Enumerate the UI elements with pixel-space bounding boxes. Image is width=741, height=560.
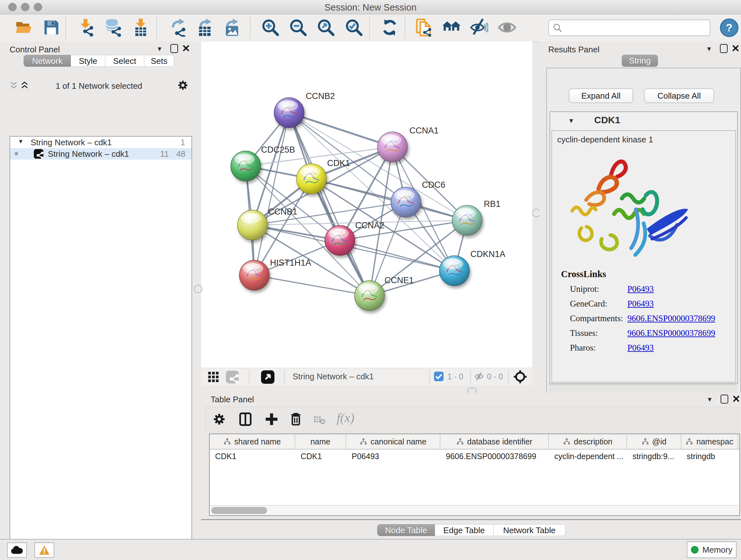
crosslink-link[interactable]: P06493 xyxy=(627,299,654,309)
network-node-CCNB1[interactable] xyxy=(238,210,267,240)
crosslink-link[interactable]: 9606.ENSP00000378699 xyxy=(627,314,715,323)
eye-hidden-icon[interactable] xyxy=(470,18,488,37)
import-table-icon[interactable] xyxy=(131,18,150,37)
crosslink-row: Uniprot:P06493 xyxy=(570,282,730,297)
panel-close-icon[interactable] xyxy=(733,395,740,403)
network-node-HIST1H1A[interactable] xyxy=(239,260,269,290)
panel-close-icon[interactable] xyxy=(732,45,739,53)
zoom-in-icon[interactable] xyxy=(261,18,280,37)
column-header--id[interactable]: @id xyxy=(627,434,681,449)
network-node-CCNA2[interactable] xyxy=(325,226,355,255)
tab-node-table[interactable]: Node Table xyxy=(377,524,435,536)
tab-network[interactable]: Network xyxy=(23,55,71,67)
gear-icon[interactable] xyxy=(178,80,188,91)
column-header-database-identifier[interactable]: database identifier xyxy=(441,434,549,449)
export-network-icon[interactable] xyxy=(169,18,188,37)
table-toolbar: f(x) xyxy=(205,407,738,432)
show-columns-icon[interactable] xyxy=(239,412,253,426)
clear-table-icon[interactable] xyxy=(313,415,326,425)
crosslink-link[interactable]: P06493 xyxy=(627,343,654,353)
table-cell[interactable]: stringdb:9... xyxy=(627,449,681,463)
network-node-CDKN1A[interactable] xyxy=(440,256,469,286)
left-splitter-handle[interactable] xyxy=(194,285,202,293)
import-network-icon[interactable] xyxy=(77,18,95,37)
memory-status-dot xyxy=(691,546,698,554)
tab-sets[interactable]: Sets xyxy=(144,55,174,67)
tab-string[interactable]: String xyxy=(622,55,658,67)
panel-float-icon[interactable] xyxy=(171,44,178,53)
toolbar-divider xyxy=(249,370,250,383)
tab-select[interactable]: Select xyxy=(105,55,144,67)
protein-expander-icon[interactable]: ▼ xyxy=(568,117,575,125)
table-cell[interactable]: CDK1 xyxy=(295,449,346,463)
tab-network-table[interactable]: Network Table xyxy=(494,524,565,536)
share-document-icon[interactable] xyxy=(415,18,433,37)
hidden-eye-icon[interactable] xyxy=(474,372,484,381)
column-header-canonical-name[interactable]: canonical name xyxy=(346,434,441,449)
delete-column-icon[interactable] xyxy=(289,412,303,426)
column-header-description[interactable]: description xyxy=(549,434,627,449)
network-node-RB1[interactable] xyxy=(452,205,482,235)
panel-float-icon[interactable] xyxy=(720,44,728,53)
warning-button[interactable] xyxy=(35,543,54,558)
table-hscrollbar-track[interactable] xyxy=(210,505,739,515)
network-node-CDC6[interactable] xyxy=(391,187,421,217)
table-cell[interactable]: P06493 xyxy=(346,449,441,463)
import-database-icon[interactable] xyxy=(104,18,122,37)
network-collection-row[interactable]: ▼ String Network – cdk1 1 xyxy=(10,137,192,147)
collapse-all-button[interactable]: Collapse All xyxy=(644,88,714,103)
table-cell[interactable]: 9606.ENSP00000378699 xyxy=(441,449,549,463)
expand-all-button[interactable]: Expand All xyxy=(569,88,633,103)
table-gear-icon[interactable] xyxy=(213,413,226,426)
open-folder-icon[interactable] xyxy=(15,18,33,37)
zoom-fit-icon[interactable] xyxy=(317,18,335,37)
birds-eye-view-icon[interactable] xyxy=(513,370,527,384)
network-edge-CCNB2-CCNE1[interactable] xyxy=(289,113,369,296)
houses-icon[interactable] xyxy=(443,18,461,37)
eye-icon[interactable] xyxy=(498,18,516,37)
function-builder-icon[interactable]: f(x) xyxy=(337,410,354,425)
tab-style[interactable]: Style xyxy=(71,55,105,67)
add-column-icon[interactable] xyxy=(265,412,279,426)
table-cell[interactable]: cyclin-dependent ... xyxy=(549,449,627,463)
tab-edge-table[interactable]: Edge Table xyxy=(435,524,494,536)
network-canvas[interactable]: CCNB2CCNA1CDC25BCDK1CDC6RB1CCNB1CCNA2CDK… xyxy=(201,42,532,368)
network-node-CDC25B[interactable] xyxy=(231,151,261,181)
network-node-CCNA1[interactable] xyxy=(378,132,408,162)
zoom-out-icon[interactable] xyxy=(289,18,307,37)
network-share-view-icon[interactable] xyxy=(226,371,239,383)
export-image-icon[interactable] xyxy=(223,18,241,37)
panel-float-icon[interactable] xyxy=(721,395,728,403)
cloud-button[interactable] xyxy=(7,543,27,558)
column-header-shared-name[interactable]: shared name xyxy=(210,434,295,449)
grid-view-icon[interactable] xyxy=(208,371,219,383)
zoom-selected-icon[interactable] xyxy=(345,18,363,37)
column-header-namespac[interactable]: namespac xyxy=(681,434,738,449)
table-cell[interactable]: CDK1 xyxy=(210,449,295,463)
refresh-icon[interactable] xyxy=(381,18,399,37)
panel-collapse-icon[interactable]: ▼ xyxy=(706,396,713,403)
network-edge-CCNB2-HIST1H1A[interactable] xyxy=(254,113,289,275)
help-button[interactable]: ? xyxy=(720,18,738,37)
crosslink-label: Compartments: xyxy=(570,314,623,323)
table-cell[interactable]: stringdb xyxy=(681,449,738,463)
network-node-CDK1[interactable] xyxy=(296,164,327,194)
crosslink-link[interactable]: P06493 xyxy=(627,284,654,294)
column-header-name[interactable]: name xyxy=(295,434,346,449)
panel-collapse-icon[interactable]: ▼ xyxy=(706,45,712,53)
open-in-new-icon[interactable] xyxy=(261,370,274,384)
network-edge-CCNB2-CCNA1[interactable] xyxy=(289,113,393,147)
panel-close-icon[interactable] xyxy=(183,45,190,53)
export-table-icon[interactable] xyxy=(196,18,214,37)
memory-button[interactable]: Memory xyxy=(687,542,737,558)
crosslink-link[interactable]: 9606.ENSP00000378699 xyxy=(627,328,715,338)
network-node-CCNE1[interactable] xyxy=(354,281,385,311)
selected-checkbox-icon[interactable] xyxy=(434,372,444,381)
network-row[interactable]: ● String Network – cdk1 11 48 xyxy=(10,148,192,160)
network-node-CCNB2[interactable] xyxy=(274,98,304,128)
panel-collapse-icon[interactable]: ▼ xyxy=(156,45,163,53)
collection-expander-icon[interactable]: ▼ xyxy=(18,138,23,145)
save-icon[interactable] xyxy=(42,18,61,37)
search-input[interactable] xyxy=(548,19,711,36)
table-hscrollbar-thumb[interactable] xyxy=(211,507,267,514)
